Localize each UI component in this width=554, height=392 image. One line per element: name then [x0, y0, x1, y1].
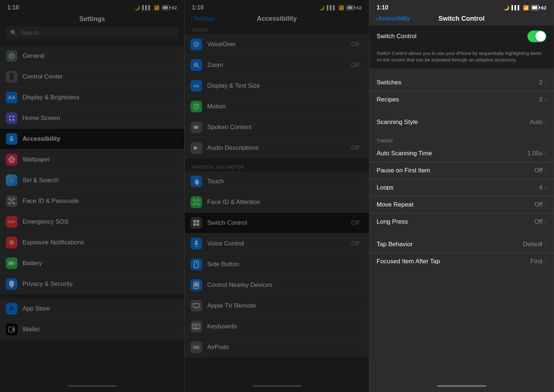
item-voicecontrol[interactable]: Voice Control Off ›	[185, 233, 369, 254]
settings-item-general[interactable]: ⚙️ General ›	[0, 46, 184, 67]
item-scanning-style[interactable]: Scanning Style Auto ›	[369, 114, 554, 131]
item-display-textsize[interactable]: AA Display & Text Size ›	[185, 76, 369, 96]
chevron-display: ›	[177, 95, 178, 100]
keyboards-icon	[190, 321, 202, 332]
chevron-as: ›	[545, 151, 546, 156]
wifi-icon: 📶	[154, 5, 160, 11]
item-keyboards[interactable]: Keyboards ›	[185, 316, 369, 337]
zoom-label: Zoom	[207, 61, 351, 69]
svg-rect-29	[193, 204, 195, 205]
item-touch[interactable]: Touch ›	[185, 171, 369, 192]
switch-control-toggle[interactable]	[527, 31, 546, 42]
settings-item-accessibility[interactable]: Accessibility ›	[0, 129, 184, 149]
motion-label: Motion	[207, 103, 361, 110]
settings-item-faceid[interactable]: Face ID & Passcode ›	[0, 191, 184, 212]
settings-item-home[interactable]: Home Screen ›	[0, 108, 184, 129]
item-faceid-att[interactable]: Face ID & Attention ›	[185, 192, 369, 213]
switchcontrol-panel: 1:10 🌙 ▌▌▌ 📶 62 ‹ Accessibility Switch C…	[369, 0, 554, 392]
chevron-battery: ›	[177, 260, 178, 266]
item-nearby[interactable]: Control Nearby Devices ›	[185, 275, 369, 296]
search-bar[interactable]: 🔍 Search	[6, 27, 178, 39]
svg-rect-7	[9, 203, 10, 204]
switch-control-toggle-label: Switch Control	[377, 33, 417, 40]
display-label: Display & Brightness	[23, 94, 177, 101]
settings-item-control-center[interactable]: 🎛 Control Center ›	[0, 67, 184, 87]
svg-rect-43	[193, 304, 200, 307]
moon-icon-3: 🌙	[503, 5, 509, 11]
privacy-icon	[6, 278, 17, 290]
item-focused-item[interactable]: Focused Item After Tap First ›	[369, 253, 554, 270]
svg-rect-6	[13, 198, 15, 200]
spoken-label: Spoken Content	[207, 124, 361, 131]
settings-item-display[interactable]: AA Display & Brightness ›	[0, 87, 184, 108]
chevron-zoom: ›	[361, 62, 363, 68]
time-2: 1:10	[192, 4, 204, 11]
bottom-group: Tap Behavior Default › Focused Item Afte…	[369, 236, 554, 270]
item-move-repeat[interactable]: Move Repeat Off ›	[369, 196, 554, 213]
item-zoom[interactable]: Zoom Off ›	[185, 55, 369, 76]
item-sidebutton[interactable]: Side Button ›	[185, 254, 369, 275]
item-long-press[interactable]: Long Press Off ›	[369, 213, 554, 230]
item-recipes[interactable]: Recipes 2 ›	[369, 91, 554, 108]
pause-first-label: Pause on First Item	[377, 167, 534, 174]
back-button-2[interactable]: ‹ Settings	[190, 15, 214, 22]
item-spoken[interactable]: Spoken Content ›	[185, 117, 369, 138]
item-pause-first[interactable]: Pause on First Item Off ›	[369, 162, 554, 179]
svg-rect-32	[193, 220, 196, 223]
item-voiceover[interactable]: VoiceOver Off ›	[185, 34, 369, 55]
back-button-3[interactable]: ‹ Accessibility	[375, 15, 410, 22]
settings-item-wallet[interactable]: Wallet ›	[0, 319, 184, 340]
switches-recipes-group: Switches 2 › Recipes 2 ›	[369, 74, 554, 108]
item-loops[interactable]: Loops 4 ›	[369, 179, 554, 196]
back-chevron-2: ‹	[190, 15, 192, 22]
switches-value: 2	[539, 79, 542, 86]
chevron-accessibility: ›	[177, 136, 178, 142]
accessibility-panel: 1:10 🌙 ▌▌▌ 📶 62 ‹ Settings Accessibility…	[185, 0, 369, 392]
chevron-spoken: ›	[361, 124, 363, 130]
chevron-airpods: ›	[361, 344, 363, 350]
item-switches[interactable]: Switches 2 ›	[369, 74, 554, 91]
settings-item-siri[interactable]: ◎ Siri & Search ›	[0, 170, 184, 191]
switchcontrol-title: Switch Control	[438, 15, 485, 23]
exposure-icon	[6, 237, 17, 248]
vision-group: VoiceOver Off › Zoom Off › AA	[185, 34, 369, 158]
appletv-icon	[190, 300, 202, 312]
item-airpods[interactable]: AirPods ›	[185, 337, 369, 357]
svg-rect-52	[194, 328, 199, 329]
item-motion[interactable]: Motion ›	[185, 96, 369, 117]
status-icons-2: 🌙 ▌▌▌ 📶 62	[319, 5, 362, 11]
chevron-vc: ›	[361, 241, 363, 247]
privacy-label: Privacy & Security	[23, 280, 177, 288]
item-audiodesc[interactable]: Audio Descriptions Off ›	[185, 138, 369, 158]
voicecontrol-icon	[190, 238, 202, 249]
chevron-mr: ›	[545, 202, 546, 208]
svg-rect-0	[9, 116, 11, 117]
pause-first-value: Off	[534, 167, 542, 174]
item-appletv[interactable]: Apple TV Remote ›	[185, 296, 369, 316]
svg-rect-5	[9, 198, 10, 200]
chevron-pf: ›	[545, 168, 546, 173]
switch-control-toggle-row[interactable]: Switch Control	[369, 25, 554, 47]
settings-item-battery[interactable]: Battery ›	[0, 253, 184, 274]
timing-header: TIMING	[369, 136, 554, 145]
siri-icon: ◎	[6, 175, 17, 186]
signal-icon-3: ▌▌▌	[511, 5, 521, 10]
svg-rect-36	[195, 240, 197, 244]
accessibility-list: VISION VoiceOver Off ›	[185, 25, 369, 380]
focused-item-value: First	[530, 258, 542, 265]
settings-item-privacy[interactable]: Privacy & Security ›	[0, 274, 184, 294]
settings-item-sos[interactable]: SOS Emergency SOS ›	[0, 212, 184, 232]
settings-item-exposure[interactable]: Exposure Notifications ›	[0, 232, 184, 253]
display-text-label: Display & Text Size	[207, 82, 361, 89]
home-indicator-1	[0, 380, 184, 392]
item-auto-scanning[interactable]: Auto Scanning Time 1.05s ›	[369, 145, 554, 162]
settings-item-appstore[interactable]: A App Store ›	[0, 299, 184, 319]
voicecontrol-value: Off	[351, 240, 359, 247]
chevron-tb: ›	[545, 241, 546, 247]
chevron-appstore: ›	[177, 306, 178, 312]
item-tap-behavior[interactable]: Tap Behavior Default ›	[369, 236, 554, 253]
long-press-value: Off	[534, 218, 542, 225]
status-bar-1: 1:10 🌙 ▌▌▌ 📶 62	[0, 0, 184, 14]
item-switchcontrol[interactable]: Switch Control Off ›	[185, 213, 369, 233]
settings-item-wallpaper[interactable]: 🌸 Wallpaper ›	[0, 149, 184, 170]
